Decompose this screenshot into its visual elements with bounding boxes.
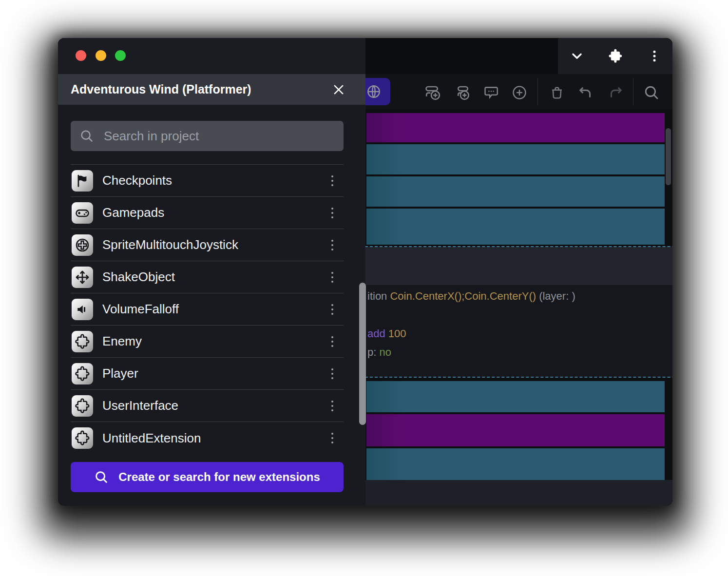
search-input[interactable]: [103, 128, 335, 144]
item-menu-kebab-icon[interactable]: [324, 364, 341, 384]
project-manager-panel: Adventurous Wind (Platformer) Checkpoint…: [58, 38, 365, 506]
extensions-list: Checkpoints Gamepads: [71, 164, 344, 454]
selected-event[interactable]: ition Coin.CenterX();Coin.CenterY() (lay…: [360, 246, 672, 378]
item-menu-kebab-icon[interactable]: [324, 332, 341, 351]
list-item-volumefalloff[interactable]: VolumeFalloff: [71, 293, 344, 326]
event-flag-text: p: no: [367, 346, 391, 359]
list-item-enemy[interactable]: Enemy: [71, 326, 344, 358]
toolbar-divider: [537, 78, 538, 105]
event-row[interactable]: [366, 176, 665, 207]
move-arrows-icon: [72, 267, 93, 288]
list-item-sprite-multitouch-joystick[interactable]: SpriteMultitouchJoystick: [71, 229, 344, 261]
redo-icon[interactable]: [605, 82, 626, 103]
selected-event-condition[interactable]: [361, 247, 672, 285]
search-icon: [94, 470, 109, 484]
add-subevent-icon[interactable]: [452, 82, 474, 103]
chevron-down-icon[interactable]: [567, 46, 587, 66]
create-extension-label: Create or search for new extensions: [118, 470, 320, 484]
item-menu-kebab-icon[interactable]: [324, 268, 341, 287]
event-row-comment[interactable]: [366, 414, 665, 446]
item-menu-kebab-icon[interactable]: [324, 203, 341, 223]
globe-icon: [366, 84, 382, 99]
event-row[interactable]: [366, 381, 665, 412]
list-item-shakeobject[interactable]: ShakeObject: [71, 261, 344, 293]
add-event-icon[interactable]: [422, 82, 443, 103]
app-window: (Events) Debugger: [58, 38, 672, 506]
close-icon[interactable]: [330, 81, 347, 98]
extensions-puzzle-icon[interactable]: [605, 46, 626, 66]
undo-icon[interactable]: [575, 82, 596, 103]
item-menu-kebab-icon[interactable]: [324, 428, 341, 448]
event-row[interactable]: [366, 209, 665, 245]
window-titlebar: [58, 38, 365, 74]
search-icon: [79, 129, 94, 143]
panel-scrollbar-thumb[interactable]: [359, 283, 366, 425]
item-menu-kebab-icon[interactable]: [324, 300, 341, 319]
tab-bar-controls: [558, 38, 672, 74]
event-row[interactable]: [366, 448, 665, 480]
list-item-gamepads[interactable]: Gamepads: [71, 197, 344, 229]
item-menu-kebab-icon[interactable]: [324, 396, 341, 416]
puzzle-icon: [72, 363, 93, 384]
panel-header: Adventurous Wind (Platformer): [58, 74, 365, 105]
item-menu-kebab-icon[interactable]: [324, 235, 341, 255]
list-item-untitledextension[interactable]: UntitledExtension: [71, 422, 344, 454]
toolbar-divider: [633, 78, 633, 105]
search-events-icon[interactable]: [641, 82, 662, 103]
puzzle-icon: [72, 395, 93, 417]
flag-icon: [72, 170, 93, 192]
search-box: [71, 121, 344, 151]
panel-title: Adventurous Wind (Platformer): [71, 82, 330, 96]
create-extension-button[interactable]: Create or search for new extensions: [71, 462, 344, 492]
kebab-menu-icon[interactable]: [644, 46, 665, 66]
event-row-comment[interactable]: [366, 113, 665, 142]
joystick-icon: [72, 234, 93, 256]
event-value-text: add 100: [367, 327, 406, 340]
list-item-player[interactable]: Player: [71, 358, 344, 390]
event-row[interactable]: [366, 144, 665, 174]
add-comment-icon[interactable]: [480, 82, 502, 103]
gamepad-icon: [72, 202, 93, 224]
speaker-icon: [72, 299, 93, 320]
item-menu-kebab-icon[interactable]: [324, 171, 341, 191]
add-other-event-icon[interactable]: [509, 82, 530, 103]
traffic-light-close[interactable]: [76, 50, 86, 61]
puzzle-icon: [72, 427, 93, 449]
list-item-userinterface[interactable]: UserInterface: [71, 390, 344, 422]
traffic-light-zoom[interactable]: [115, 50, 126, 61]
delete-icon[interactable]: [546, 82, 568, 103]
puzzle-icon: [72, 331, 93, 352]
events-scrollbar-thumb[interactable]: [666, 128, 671, 185]
traffic-light-minimize[interactable]: [96, 50, 106, 61]
event-action-text: ition Coin.CenterX();Coin.CenterY() (lay…: [367, 290, 575, 303]
list-item-checkpoints[interactable]: Checkpoints: [71, 165, 344, 197]
